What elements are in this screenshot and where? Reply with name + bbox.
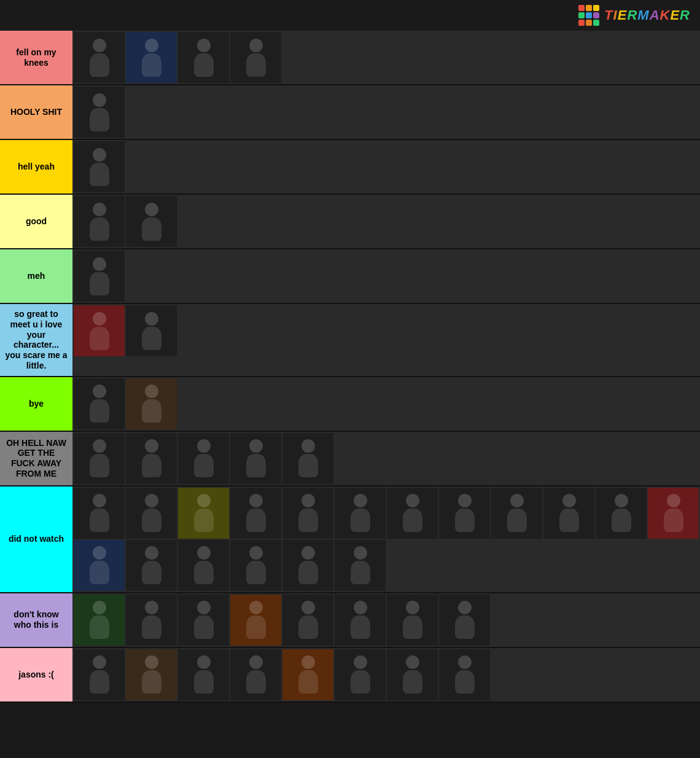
tier-item-did-not-watch-6[interactable] [387,488,438,539]
tier-row-so-great: so great to meet u i love your character… [0,304,700,377]
tier-item-did-not-watch-1[interactable] [126,488,177,539]
tier-label-fell-on-my-knees: fell on my knees [0,31,72,84]
tier-item-jasons-3[interactable] [230,649,281,700]
tier-item-jasons-7[interactable] [439,649,490,700]
tier-row-bye: bye [0,377,700,432]
tier-item-did-not-watch-14[interactable] [178,540,229,591]
tier-items-bye [72,377,700,431]
tier-item-did-not-watch-3[interactable] [230,488,281,539]
tier-item-did-not-watch-4[interactable] [282,488,333,539]
tier-items-hooly-shit [72,85,700,139]
tier-label-hell-yeah: hell yeah [0,140,72,193]
tier-item-dont-know-3[interactable] [230,595,281,646]
tier-label-did-not-watch: did not watch [0,486,72,592]
tier-item-fell-on-my-knees-0[interactable] [74,32,125,83]
tier-item-jasons-0[interactable] [74,649,125,700]
tier-items-so-great [72,304,700,376]
tier-items-did-not-watch [72,486,700,592]
logo-cell-8 [586,20,592,26]
logo-cell-9 [593,20,599,26]
tier-row-oh-hell-naw: OH HELL NAW GET THE FUCK AWAY FROM ME [0,432,700,486]
tier-item-hell-yeah-0[interactable] [74,141,125,192]
tier-item-oh-hell-naw-0[interactable] [74,433,125,484]
tier-list: TiERMaKER fell on my knees HOOLY [0,0,700,703]
tier-label-dont-know: don't know who this is [0,593,72,647]
tier-label-oh-hell-naw: OH HELL NAW GET THE FUCK AWAY FROM ME [0,432,72,485]
tier-item-did-not-watch-16[interactable] [282,540,333,591]
tier-item-did-not-watch-10[interactable] [596,488,647,539]
tier-item-did-not-watch-2[interactable] [178,488,229,539]
tier-label-so-great: so great to meet u i love your character… [0,304,72,376]
tier-row-jasons: jasons :( [0,648,700,703]
tier-items-meh [72,249,700,303]
tier-row-hell-yeah: hell yeah [0,140,700,195]
tier-item-did-not-watch-9[interactable] [543,488,594,539]
tier-row-dont-know: don't know who this is [0,593,700,648]
tier-item-dont-know-4[interactable] [282,595,333,646]
tier-item-hooly-shit-0[interactable] [74,87,125,138]
tier-item-jasons-1[interactable] [126,649,177,700]
tier-item-did-not-watch-5[interactable] [335,488,386,539]
tier-label-meh: meh [0,249,72,303]
tier-item-jasons-2[interactable] [178,649,229,700]
tier-item-dont-know-1[interactable] [126,595,177,646]
tier-rows-container: fell on my knees HOOLY SHIT [0,31,700,703]
tier-item-bye-1[interactable] [126,378,177,429]
tier-item-did-not-watch-11[interactable] [648,488,699,539]
logo-grid [578,5,599,26]
tier-item-fell-on-my-knees-3[interactable] [230,32,281,83]
logo-cell-1 [578,5,585,11]
tier-items-fell-on-my-knees [72,31,700,84]
tier-label-bye: bye [0,377,72,431]
tier-item-jasons-5[interactable] [335,649,386,700]
tier-items-good [72,195,700,248]
tier-item-did-not-watch-8[interactable] [491,488,542,539]
tier-item-so-great-0[interactable] [74,305,125,356]
tier-item-did-not-watch-7[interactable] [439,488,490,539]
logo-cell-4 [578,12,585,18]
tier-item-dont-know-7[interactable] [439,595,490,646]
tier-item-fell-on-my-knees-2[interactable] [178,32,229,83]
tier-item-did-not-watch-15[interactable] [230,540,281,591]
tier-items-jasons [72,648,700,701]
tier-label-good: good [0,195,72,248]
tier-item-dont-know-6[interactable] [387,595,438,646]
tier-item-did-not-watch-17[interactable] [335,540,386,591]
tier-item-oh-hell-naw-4[interactable] [282,433,333,484]
logo-cell-7 [578,20,585,26]
tier-item-bye-0[interactable] [74,378,125,429]
tier-item-good-1[interactable] [126,196,177,247]
tier-item-oh-hell-naw-3[interactable] [230,433,281,484]
tier-row-hooly-shit: HOOLY SHIT [0,85,700,140]
tier-item-jasons-4[interactable] [282,649,333,700]
tier-label-jasons: jasons :( [0,648,72,701]
tier-item-did-not-watch-13[interactable] [126,540,177,591]
tier-item-meh-0[interactable] [74,251,125,302]
tier-row-fell-on-my-knees: fell on my knees [0,31,700,85]
tier-item-jasons-6[interactable] [387,649,438,700]
tier-items-hell-yeah [72,140,700,193]
tier-item-fell-on-my-knees-1[interactable] [126,32,177,83]
tier-item-did-not-watch-12[interactable] [74,540,125,591]
tier-item-so-great-1[interactable] [126,305,177,356]
logo-text: TiERMaKER [604,7,690,23]
tier-item-did-not-watch-0[interactable] [74,488,125,539]
tier-item-oh-hell-naw-2[interactable] [178,433,229,484]
logo-cell-6 [593,12,599,18]
tier-item-dont-know-5[interactable] [335,595,386,646]
tier-row-good: good [0,195,700,249]
logo-cell-5 [586,12,592,18]
tier-item-oh-hell-naw-1[interactable] [126,433,177,484]
header: TiERMaKER [0,0,700,31]
tier-items-oh-hell-naw [72,432,700,485]
tiermaker-logo: TiERMaKER [578,5,690,26]
tier-items-dont-know [72,593,700,647]
tier-row-did-not-watch: did not watch [0,486,700,593]
tier-row-meh: meh [0,249,700,304]
tier-item-dont-know-0[interactable] [74,595,125,646]
tier-item-good-0[interactable] [74,196,125,247]
tier-label-hooly-shit: HOOLY SHIT [0,85,72,139]
tier-item-dont-know-2[interactable] [178,595,229,646]
logo-cell-2 [586,5,592,11]
logo-cell-3 [593,5,599,11]
